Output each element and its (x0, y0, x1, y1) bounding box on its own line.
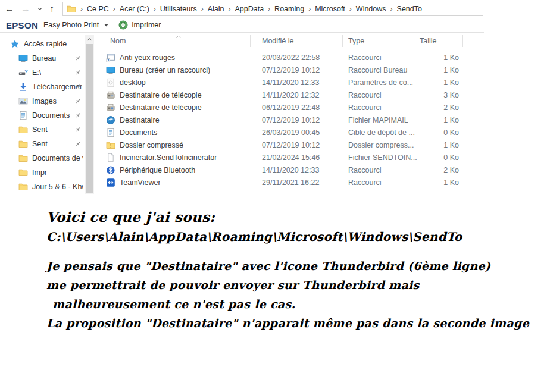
table-row-p-riph-rique-bluetooth[interactable]: Périphérique Bluetooth14/11/2020 12:33Ra… (105, 164, 468, 176)
sidebar-item-t-l-chargemer[interactable]: Téléchargemer (0, 80, 85, 94)
file-name: Anti yeux rouges (120, 54, 175, 62)
fax-icon (106, 90, 115, 100)
print-button-label: Imprimer (132, 21, 161, 29)
breadcrumb-item-appdata[interactable]: AppData (235, 5, 264, 13)
easy-photo-print-button[interactable]: Easy Photo Print (43, 21, 99, 29)
sidebar-item-bureau[interactable]: Bureau (0, 51, 85, 65)
file-name-cell: Destinataire de télécopie (105, 90, 262, 100)
breadcrumb-item-sendto[interactable]: SendTo (397, 5, 422, 13)
column-divider[interactable] (462, 35, 463, 47)
table-row-desktop[interactable]: desktop14/11/2020 12:33Paramètres de co.… (105, 76, 468, 89)
column-header-nom[interactable]: Nom (105, 37, 262, 45)
sidebar-item-label: E:\ (32, 68, 41, 77)
breadcrumb-item-alain[interactable]: Alain (208, 5, 224, 13)
file-size-cell: 1 Ko (420, 141, 462, 149)
back-arrow-icon[interactable]: ← (5, 4, 14, 14)
table-row-destinataire-de-t-l-copie[interactable]: Destinataire de télécopie14/11/2020 12:3… (105, 89, 468, 101)
sidebar-item-jour-5-6-khwa[interactable]: Jour 5 & 6 - Khwa (0, 180, 85, 194)
sidebar-scrollbar[interactable] (85, 35, 94, 194)
desktop-icon (18, 54, 28, 63)
table-row-destinataire[interactable]: Destinataire07/12/2019 10:12Fichier MAPI… (105, 114, 468, 126)
sidebar-item-e[interactable]: ?E:\ (0, 65, 85, 80)
epson-logo: EPSON (6, 20, 38, 30)
zip-folder-icon (106, 140, 115, 150)
file-name-cell: Anti yeux rouges (105, 53, 262, 62)
column-header-taille[interactable]: Taille (420, 37, 462, 45)
desktop-icon (106, 65, 115, 75)
address-bar[interactable]: ›Ce PC›Acer (C:)›Utilisateurs›Alain›AppD… (62, 2, 483, 16)
file-modified-cell: 26/03/2019 00:45 (262, 128, 348, 137)
file-size-cell: 1 Ko (420, 66, 462, 74)
sidebar-item-label: Sent (32, 140, 48, 148)
file-name: TeamViewer (120, 178, 161, 187)
column-divider[interactable] (342, 35, 343, 47)
sidebar-item-sent[interactable]: Sent (0, 137, 85, 151)
column-header-type[interactable]: Type (348, 37, 420, 45)
file-type-cell: Dossier compress... (348, 141, 420, 149)
file-name-cell: Destinataire (105, 115, 262, 125)
print-button[interactable]: Imprimer (118, 20, 161, 30)
sidebar-item-impr[interactable]: Impr (0, 165, 85, 180)
table-row-anti-yeux-rouges[interactable]: Anti yeux rouges20/03/2022 22:58Raccourc… (105, 51, 468, 64)
table-row-incinerator-sendtoincinerator[interactable]: Incinerator.SendToIncinerator21/02/2024 … (105, 151, 468, 164)
table-row-destinataire-de-t-l-copie[interactable]: Destinataire de télécopie06/12/2019 22:4… (105, 101, 468, 114)
breadcrumb-item-roaming[interactable]: Roaming (274, 5, 304, 13)
quick-access-star-icon (10, 39, 20, 49)
breadcrumb-separator-icon: › (197, 5, 208, 13)
file-list: Nom Modifié le Type Taille Anti yeux rou… (105, 35, 468, 189)
breadcrumb-separator-icon: › (304, 5, 315, 13)
table-row-bureau-cr-er-un-raccourci[interactable]: Bureau (créer un raccourci)07/12/2019 10… (105, 64, 468, 76)
file-size-cell: 3 Ko (420, 91, 462, 99)
file-modified-cell: 21/02/2024 15:46 (262, 153, 348, 162)
table-row-teamviewer[interactable]: TeamViewer29/11/2021 16:22Raccourci1 Ko (105, 176, 468, 189)
sidebar-item-sent[interactable]: Sent (0, 123, 85, 137)
column-divider[interactable] (415, 35, 415, 47)
breadcrumb-item-windows[interactable]: Windows (356, 5, 386, 13)
nav-buttons: ← → ↑ (5, 0, 54, 18)
sidebar-item-label: Documents de vo (32, 154, 83, 162)
handwritten-annotation: Voici ce que j'ai sous:C:\Users\Alain\Ap… (46, 207, 529, 333)
drive-icon: ? (18, 68, 28, 77)
sidebar-item-documents[interactable]: Documents (0, 108, 85, 123)
file-type-cell: Paramètres de co... (348, 79, 420, 87)
file-name-cell: Dossier compressé (105, 140, 262, 150)
printer-icon (118, 20, 128, 30)
sidebar-item-images[interactable]: Images (0, 94, 85, 108)
file-name: Documents (120, 128, 157, 137)
blank-file-icon (106, 153, 115, 162)
file-size-cell: 0 Ko (420, 153, 462, 162)
table-row-dossier-compress[interactable]: Dossier compressé07/12/2019 10:12Dossier… (105, 139, 468, 151)
table-row-documents[interactable]: Documents26/03/2019 00:45Cible de dépôt … (105, 126, 468, 139)
file-modified-cell: 07/12/2019 10:12 (262, 116, 348, 124)
up-arrow-icon[interactable]: ↑ (49, 4, 54, 14)
sidebar-item-label: Sent (32, 126, 48, 134)
breadcrumb-item-microsoft[interactable]: Microsoft (315, 5, 345, 13)
sidebar-item-acc-s-rapide[interactable]: Accès rapide (0, 37, 85, 51)
file-modified-cell: 20/03/2022 22:58 (262, 54, 348, 62)
breadcrumb-item-utilisateurs[interactable]: Utilisateurs (160, 5, 197, 13)
file-name: Bureau (créer un raccourci) (120, 66, 210, 74)
annotation-line: Je pensais que "Destinataire" avec l'ico… (46, 256, 529, 275)
dropdown-caret-icon[interactable] (104, 23, 109, 28)
chevron-down-icon[interactable] (37, 6, 43, 12)
scroll-up-icon[interactable] (85, 35, 94, 43)
scrollbar-thumb[interactable] (86, 44, 93, 193)
breadcrumb-item-ce-pc[interactable]: Ce PC (87, 5, 109, 13)
file-name: Destinataire de télécopie (120, 104, 202, 112)
breadcrumb-item-acer-c[interactable]: Acer (C:) (120, 5, 149, 13)
sidebar-item-documents-de-vo[interactable]: Documents de vo (0, 151, 85, 165)
column-header-modifie-le[interactable]: Modifié le (262, 37, 348, 45)
file-size-cell: 2 Ko (420, 104, 462, 112)
breadcrumb-separator-icon: › (76, 5, 87, 13)
file-modified-cell: 14/11/2020 12:32 (262, 91, 348, 99)
column-divider[interactable] (250, 35, 251, 47)
file-modified-cell: 14/11/2020 12:33 (262, 79, 348, 87)
pictures-icon (18, 96, 28, 106)
breadcrumb-separator-icon: › (149, 5, 160, 13)
file-type-cell: Raccourci (348, 104, 420, 112)
file-size-cell: 0 Ko (420, 128, 462, 137)
annotation-line: C:\Users\Alain\AppData\Roaming\Microsoft… (46, 227, 529, 246)
breadcrumb-separator-icon: › (224, 5, 235, 13)
fax-icon (106, 103, 115, 112)
sidebar-item-label: Jour 5 & 6 - Khwa (32, 183, 83, 191)
